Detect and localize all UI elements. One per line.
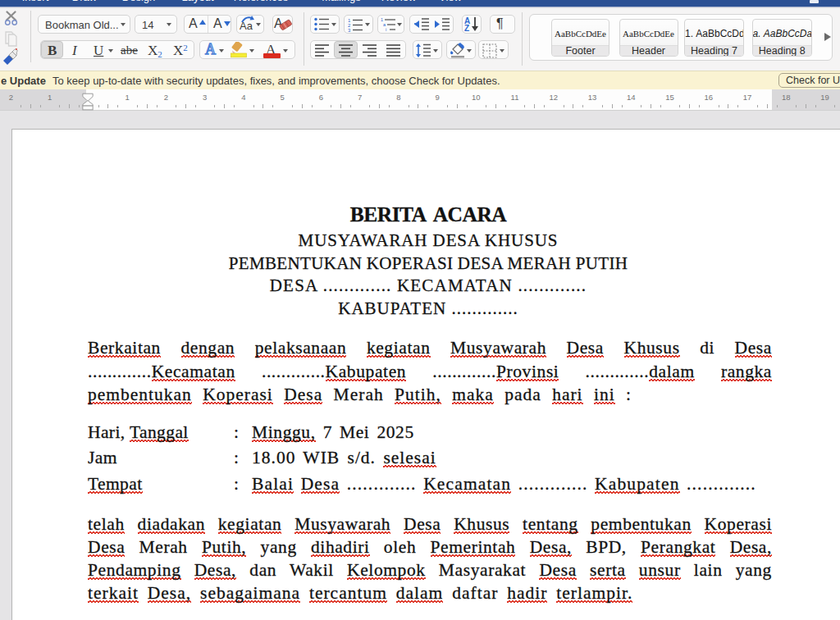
svg-text:3: 3: [348, 27, 351, 32]
svg-text:i: i: [386, 27, 386, 32]
